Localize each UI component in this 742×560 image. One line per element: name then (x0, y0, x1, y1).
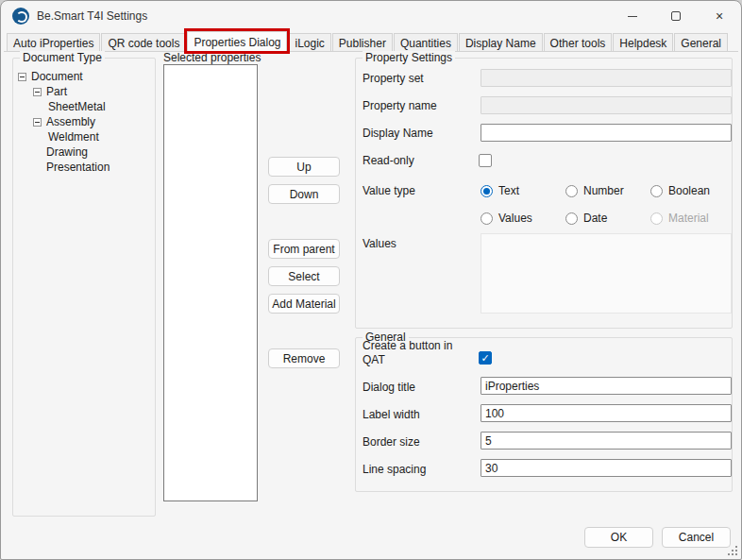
tree-item-presentation[interactable]: Presentation (18, 160, 150, 175)
border-size-field[interactable] (481, 432, 732, 450)
property-settings-group-label: Property Settings (363, 51, 455, 64)
dialog-title-label: Dialog title (363, 381, 415, 394)
down-button[interactable]: Down (268, 184, 340, 204)
collapse-icon[interactable] (18, 73, 26, 81)
settings-window: Be.Smart T4I Settings × Auto iProperties… (0, 0, 742, 560)
selected-properties-listbox[interactable] (163, 64, 258, 501)
display-name-label: Display Name (363, 127, 433, 140)
line-spacing-field[interactable] (481, 459, 732, 477)
checkmark-icon: ✓ (481, 353, 489, 364)
read-only-checkbox[interactable] (479, 154, 492, 167)
display-name-field[interactable] (481, 124, 732, 142)
app-logo-icon (12, 8, 29, 25)
create-qat-checkbox[interactable]: ✓ (479, 351, 492, 365)
maximize-button[interactable] (654, 1, 698, 31)
minimize-button[interactable] (611, 1, 654, 31)
value-type-label: Value type (363, 184, 415, 197)
close-icon: × (716, 8, 723, 24)
minimize-icon (628, 16, 637, 17)
radio-selected-icon (481, 185, 493, 197)
title-bar: Be.Smart T4I Settings × (1, 1, 741, 31)
value-type-radio-date[interactable]: Date (565, 212, 607, 225)
value-type-radio-boolean[interactable]: Boolean (650, 184, 710, 197)
value-type-radio-values[interactable]: Values (481, 212, 532, 225)
from-parent-button[interactable]: From parent (268, 239, 340, 259)
values-label: Values (363, 237, 396, 250)
tab-publisher[interactable]: Publisher (332, 33, 393, 51)
tree-item-sheetmetal[interactable]: SheetMetal (18, 99, 150, 114)
close-button[interactable]: × (698, 1, 741, 31)
tab-other-tools[interactable]: Other tools (544, 33, 613, 51)
radio-icon (481, 212, 493, 225)
tree-item-weldment[interactable]: Weldment (18, 129, 150, 144)
tab-quantities[interactable]: Quantities (394, 33, 458, 51)
tab-display-name[interactable]: Display Name (459, 33, 543, 51)
value-type-radio-text[interactable]: Text (481, 184, 519, 197)
tree-item-part[interactable]: Part (18, 84, 150, 99)
tab-auto-iproperties[interactable]: Auto iProperties (7, 33, 100, 51)
add-material-button[interactable]: Add Material (268, 294, 340, 314)
remove-button[interactable]: Remove (268, 348, 340, 368)
label-width-label: Label width (363, 408, 420, 421)
property-name-field (481, 96, 732, 114)
select-button[interactable]: Select (268, 266, 340, 286)
radio-icon (565, 185, 578, 197)
selected-properties-label: Selected properties (163, 51, 261, 64)
maximize-icon (671, 11, 681, 21)
ok-button[interactable]: OK (584, 527, 653, 548)
value-type-radio-number[interactable]: Number (565, 184, 624, 197)
label-width-field[interactable] (481, 404, 732, 422)
radio-disabled-icon (650, 212, 663, 225)
window-title: Be.Smart T4I Settings (37, 9, 147, 23)
radio-icon (650, 185, 663, 197)
dialog-title-field[interactable] (481, 377, 732, 395)
property-set-label: Property set (363, 72, 424, 85)
value-type-radio-material: Material (650, 212, 709, 225)
create-qat-label: Create a button in QAT (363, 339, 468, 367)
tab-general[interactable]: General (674, 33, 728, 51)
tab-helpdesk[interactable]: Helpdesk (613, 33, 673, 51)
tab-bar: Auto iProperties QR code tools Propertie… (4, 32, 738, 52)
tab-ilogic[interactable]: iLogic (288, 33, 330, 51)
up-button[interactable]: Up (268, 157, 340, 177)
cancel-button[interactable]: Cancel (662, 527, 731, 548)
tab-properties-dialog[interactable]: Properties Dialog (187, 31, 287, 51)
radio-icon (565, 212, 578, 225)
property-name-label: Property name (363, 99, 437, 112)
line-spacing-label: Line spacing (363, 463, 426, 476)
collapse-icon[interactable] (33, 118, 42, 127)
tree-item-document[interactable]: Document (18, 69, 150, 84)
collapse-icon[interactable] (33, 88, 42, 96)
document-type-group-label: Document Type (20, 51, 105, 64)
document-type-tree: Document Part SheetMetal Assembly Weldme… (18, 69, 150, 175)
read-only-label: Read-only (363, 154, 414, 167)
tree-item-drawing[interactable]: Drawing (18, 144, 150, 160)
values-textarea[interactable] (481, 233, 732, 314)
tree-item-assembly[interactable]: Assembly (18, 114, 150, 129)
resize-grip[interactable] (728, 546, 737, 555)
property-set-field (481, 69, 732, 87)
tab-qr-code-tools[interactable]: QR code tools (101, 33, 186, 51)
border-size-label: Border size (363, 435, 420, 449)
